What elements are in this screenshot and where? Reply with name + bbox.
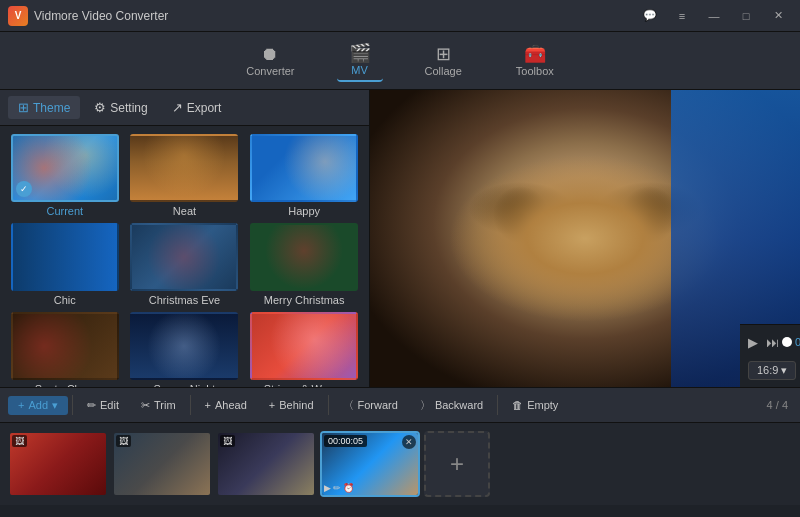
ratio-label: 16:9 bbox=[757, 364, 778, 376]
converter-icon: ⏺ bbox=[261, 45, 279, 63]
progress-thumb bbox=[782, 337, 792, 347]
forward-icon: 〈 bbox=[343, 398, 354, 413]
video-preview bbox=[370, 90, 800, 387]
toolbar-sep-4 bbox=[497, 395, 498, 415]
app-icon: V bbox=[8, 6, 28, 26]
edit-icon: ✏ bbox=[87, 399, 96, 412]
theme-happy-label: Happy bbox=[288, 205, 320, 217]
nav-converter[interactable]: ⏺ Converter bbox=[234, 41, 306, 81]
tab-export[interactable]: ↗ Export bbox=[162, 96, 232, 119]
nav-collage[interactable]: ⊞ Collage bbox=[413, 41, 474, 81]
theme-chic-label: Chic bbox=[54, 294, 76, 306]
minimize-button[interactable]: — bbox=[700, 6, 728, 26]
theme-current-thumb: ✓ bbox=[11, 134, 119, 202]
edit-button[interactable]: ✏ Edit bbox=[77, 396, 129, 415]
clip-2-badge: 🖼 bbox=[116, 435, 131, 447]
close-button[interactable]: ✕ bbox=[764, 6, 792, 26]
tab-setting-label: Setting bbox=[110, 101, 147, 115]
tab-setting[interactable]: ⚙ Setting bbox=[84, 96, 157, 119]
backward-label: Backward bbox=[435, 399, 483, 411]
timeline: 🖼 🖼 🖼 00:00:05 ✕ ▶ ✏ ⏰ + bbox=[0, 423, 800, 505]
nav-toolbox-label: Toolbox bbox=[516, 65, 554, 77]
bottom-toolbar: + Add ▾ ✏ Edit ✂ Trim + Ahead + Behind 〈… bbox=[0, 387, 800, 423]
toolbar-sep-1 bbox=[72, 395, 73, 415]
ahead-button[interactable]: + Ahead bbox=[195, 396, 257, 414]
theme-stripes-label: Stripes & Waves bbox=[264, 383, 345, 387]
forward-button[interactable]: 〈 Forward bbox=[333, 395, 408, 416]
clip-4-time: 00:00:05 bbox=[324, 435, 367, 447]
right-panel: ▶ ⏭ 00:00:13.02/00:00:20.00 🔊 16:9 ▾ ⊟ bbox=[370, 90, 800, 387]
theme-current-label: Current bbox=[46, 205, 83, 217]
ahead-icon: + bbox=[205, 399, 211, 411]
theme-santa-claus[interactable]: Santa Claus bbox=[8, 312, 122, 387]
empty-button[interactable]: 🗑 Empty bbox=[502, 396, 568, 414]
clip-1-badge: 🖼 bbox=[12, 435, 27, 447]
theme-merry-label: Merry Christmas bbox=[264, 294, 345, 306]
add-icon: + bbox=[18, 399, 24, 411]
theme-neat[interactable]: Neat bbox=[128, 134, 242, 217]
edit-action-icon: ✏ bbox=[333, 483, 341, 493]
video-controls: ▶ ⏭ 00:00:13.02/00:00:20.00 🔊 16:9 ▾ ⊟ bbox=[740, 324, 800, 387]
nav-toolbox[interactable]: 🧰 Toolbox bbox=[504, 41, 566, 81]
theme-snowy-label: Snowy Night bbox=[154, 383, 216, 387]
nav-mv-label: MV bbox=[351, 64, 368, 76]
add-clip-button[interactable]: + bbox=[424, 431, 490, 497]
theme-happy-thumb bbox=[250, 134, 358, 202]
ahead-label: Ahead bbox=[215, 399, 247, 411]
theme-merry-christmas[interactable]: Merry Christmas bbox=[247, 223, 361, 306]
tab-theme-label: Theme bbox=[33, 101, 70, 115]
menu-button[interactable]: ≡ bbox=[668, 6, 696, 26]
title-text: Vidmore Video Converter bbox=[34, 9, 168, 23]
theme-chic[interactable]: Chic bbox=[8, 223, 122, 306]
controls-row2: 16:9 ▾ ⊟ 1/2 ▾ Export bbox=[748, 359, 792, 381]
behind-button[interactable]: + Behind bbox=[259, 396, 324, 414]
theme-snowy-thumb bbox=[130, 312, 238, 380]
theme-neat-label: Neat bbox=[173, 205, 196, 217]
theme-current-check: ✓ bbox=[16, 181, 32, 197]
clip-4-actions: ▶ ✏ ⏰ bbox=[324, 483, 354, 493]
tab-theme[interactable]: ⊞ Theme bbox=[8, 96, 80, 119]
theme-neat-thumb bbox=[130, 134, 238, 202]
chat-button[interactable]: 💬 bbox=[636, 6, 664, 26]
clock-action-icon: ⏰ bbox=[343, 483, 354, 493]
title-bar-controls: 💬 ≡ — □ ✕ bbox=[636, 6, 792, 26]
theme-christmas-eve[interactable]: Christmas Eve bbox=[128, 223, 242, 306]
theme-stripes-waves[interactable]: Stripes & Waves bbox=[247, 312, 361, 387]
clip-count: 4 / 4 bbox=[767, 399, 792, 411]
timeline-clip-2[interactable]: 🖼 bbox=[112, 431, 212, 497]
trash-icon: 🗑 bbox=[512, 399, 523, 411]
add-arrow-icon: ▾ bbox=[52, 399, 58, 412]
behind-icon: + bbox=[269, 399, 275, 411]
clip-4-close[interactable]: ✕ bbox=[402, 435, 416, 449]
theme-stripes-thumb bbox=[250, 312, 358, 380]
theme-current[interactable]: ✓ Current bbox=[8, 134, 122, 217]
trim-label: Trim bbox=[154, 399, 176, 411]
theme-santa-thumb bbox=[11, 312, 119, 380]
ratio-arrow-icon: ▾ bbox=[781, 364, 787, 377]
skip-button[interactable]: ⏭ bbox=[766, 331, 779, 353]
add-label: Add bbox=[28, 399, 48, 411]
add-button[interactable]: + Add ▾ bbox=[8, 396, 68, 415]
backward-button[interactable]: 〉 Backward bbox=[410, 395, 493, 416]
maximize-button[interactable]: □ bbox=[732, 6, 760, 26]
time-display: 00:00:13.02/00:00:20.00 bbox=[795, 336, 800, 348]
timeline-clip-3[interactable]: 🖼 bbox=[216, 431, 316, 497]
tab-export-label: Export bbox=[187, 101, 222, 115]
nav-mv[interactable]: 🎬 MV bbox=[337, 40, 383, 82]
timeline-clip-4[interactable]: 00:00:05 ✕ ▶ ✏ ⏰ bbox=[320, 431, 420, 497]
trim-button[interactable]: ✂ Trim bbox=[131, 396, 186, 415]
theme-snowy-night[interactable]: Snowy Night bbox=[128, 312, 242, 387]
theme-santa-label: Santa Claus bbox=[35, 383, 95, 387]
nav-collage-label: Collage bbox=[425, 65, 462, 77]
theme-happy[interactable]: Happy bbox=[247, 134, 361, 217]
aspect-ratio-button[interactable]: 16:9 ▾ bbox=[748, 361, 796, 380]
progress-bar-container: ▶ ⏭ 00:00:13.02/00:00:20.00 🔊 bbox=[748, 331, 792, 353]
backward-icon: 〉 bbox=[420, 398, 431, 413]
timeline-clip-1[interactable]: 🖼 bbox=[8, 431, 108, 497]
toolbar-sep-3 bbox=[328, 395, 329, 415]
clip-3-badge: 🖼 bbox=[220, 435, 235, 447]
top-nav: ⏺ Converter 🎬 MV ⊞ Collage 🧰 Toolbox bbox=[0, 32, 800, 90]
play-button[interactable]: ▶ bbox=[748, 331, 758, 353]
collage-icon: ⊞ bbox=[436, 45, 451, 63]
tab-bar: ⊞ Theme ⚙ Setting ↗ Export bbox=[0, 90, 369, 126]
